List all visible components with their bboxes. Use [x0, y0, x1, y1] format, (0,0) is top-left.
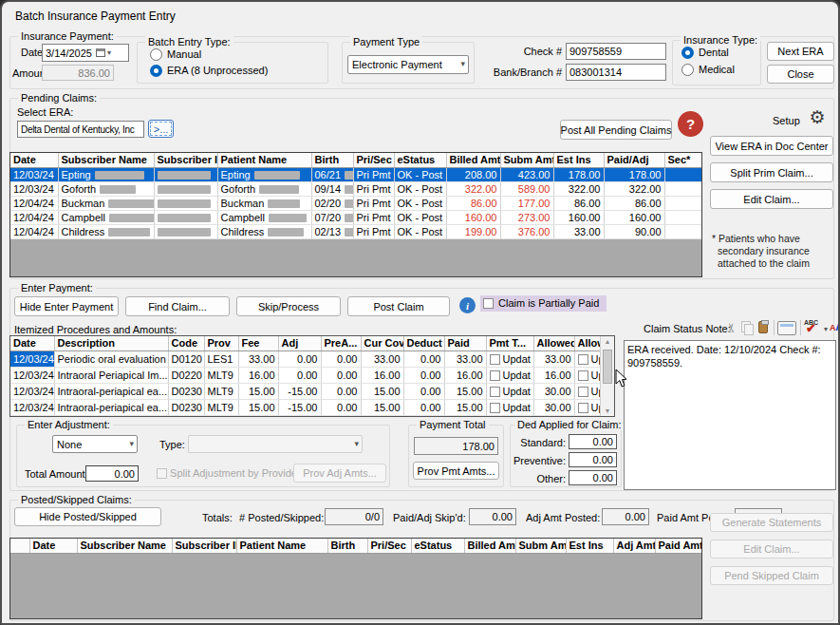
era-name-field[interactable]: Delta Dental of Kentucky, Inc: [17, 121, 144, 138]
spellcheck-dropdown-icon[interactable]: ▾: [824, 325, 828, 333]
update-checkbox[interactable]: [490, 354, 500, 365]
itemized-procedures-table[interactable]: Date Description Code Prov Fee Adj PreA.…: [9, 335, 615, 417]
radio-medical[interactable]: Medical: [681, 64, 735, 76]
info-icon[interactable]: i: [459, 297, 476, 313]
update-checkbox[interactable]: [578, 354, 588, 365]
col-pri-sec: Pri/Sec: [353, 153, 394, 167]
next-era-button[interactable]: Next ERA: [767, 42, 834, 61]
claim-partially-paid-checkbox[interactable]: Claim is Partially Paid: [480, 295, 607, 312]
pending-row[interactable]: 12/04/24 Campbell Campbell 07/20 Pri Pmt…: [10, 210, 701, 224]
preventive-field[interactable]: 0.00: [569, 452, 617, 467]
checkbox-icon[interactable]: [483, 298, 494, 309]
itemized-row[interactable]: 12/03/24 Intraoral Periapical Im... D022…: [10, 367, 600, 383]
radio-dental[interactable]: Dental: [681, 47, 729, 59]
redacted-text: [268, 199, 300, 208]
standard-label: Standard:: [513, 437, 566, 448]
help-icon[interactable]: ?: [678, 111, 703, 137]
bank-branch-input[interactable]: 083001314: [566, 64, 666, 81]
col-adj: Adj: [278, 336, 321, 350]
calendar-icon[interactable]: [96, 48, 105, 57]
update-checkbox[interactable]: [490, 403, 500, 413]
col-subscriber-id: Subscriber ID: [172, 539, 236, 553]
quick-note-icon[interactable]: [777, 321, 796, 335]
adjustment-value: None: [57, 439, 82, 450]
cut-icon[interactable]: ✂: [723, 320, 738, 335]
posted-skipped-table[interactable]: Date Subscriber Name Subscriber ID Patie…: [9, 538, 702, 619]
col-subscriber-name: Subscriber Name: [77, 539, 172, 553]
itemized-row[interactable]: 12/03/24 Intraoral-periapical ea... D023…: [10, 383, 600, 399]
update-checkbox[interactable]: [578, 403, 588, 413]
scroll-down-icon[interactable]: ▼: [601, 407, 614, 414]
pending-row[interactable]: 12/04/24 Childress Childress 02/13 Pri P…: [10, 224, 701, 238]
update-checkbox[interactable]: [490, 387, 500, 397]
patient-name: Buckman: [221, 198, 265, 209]
prov-pmt-amts-button[interactable]: Prov Pmt Amts...: [413, 462, 499, 480]
col-birth: Birth: [311, 153, 353, 167]
post-claim-button[interactable]: Post Claim: [347, 296, 450, 316]
gear-icon[interactable]: ⚙: [807, 106, 828, 127]
pending-row-selected[interactable]: 12/03/24 Epting Epting 06/21 Pri Pmt OK …: [10, 167, 701, 181]
update-checkbox[interactable]: [490, 370, 500, 381]
close-button[interactable]: Close: [767, 65, 834, 84]
find-claim-button[interactable]: Find Claim...: [125, 296, 230, 316]
redacted-text: [109, 214, 154, 222]
batch-entry-type-label: Batch Entry Type:: [145, 36, 233, 47]
col-fee: Fee: [238, 336, 278, 350]
scrollbar[interactable]: ▲ ▼: [600, 336, 614, 416]
setup-label[interactable]: Setup: [773, 115, 800, 126]
itemized-row[interactable]: 12/03/24 Intraoral-periapical ea... D023…: [10, 399, 600, 415]
medical-radio-icon[interactable]: [681, 64, 694, 76]
col-pmt-t: Pmt T...: [486, 336, 533, 350]
split-adjustment-checkbox: Split Adjustment by Provider: [157, 467, 301, 479]
pending-claims-table[interactable]: Date Subscriber Name Subscriber ID Patie…: [9, 152, 702, 277]
select-era-label: Select ERA:: [17, 106, 73, 118]
edit-claim-button[interactable]: Edit Claim...: [710, 189, 833, 209]
claim-status-note-label: Claim Status Note:: [644, 323, 731, 334]
payment-type-select[interactable]: Electronic Payment ▾: [347, 55, 469, 74]
pending-header-row: Date Subscriber Name Subscriber ID Patie…: [10, 153, 701, 167]
adjustment-type-select[interactable]: None ▾: [52, 435, 138, 453]
post-all-pending-claims-button[interactable]: Post All Pending Claims: [560, 120, 672, 140]
itemized-row[interactable]: 12/03/24 Periodic oral evaluation D0120 …: [10, 350, 600, 367]
radio-manual[interactable]: Manual: [150, 48, 201, 61]
redacted-text: [268, 228, 304, 237]
manual-radio-icon[interactable]: [150, 48, 162, 61]
era-picker-button[interactable]: >...: [148, 120, 174, 138]
copy-icon[interactable]: [741, 321, 752, 333]
paid-adj-skipd-field: 0.00: [469, 508, 516, 525]
radio-era[interactable]: ERA (8 Unprocessed): [150, 65, 268, 77]
date-dropdown-icon[interactable]: ▾: [107, 48, 111, 57]
update-checkbox[interactable]: [578, 370, 588, 381]
update-checkbox[interactable]: [578, 387, 588, 397]
scroll-up-icon[interactable]: ▲: [601, 338, 614, 345]
col-birth: Birth: [327, 539, 367, 553]
split-prim-claim-button[interactable]: Split Prim Claim...: [710, 162, 833, 182]
pending-row[interactable]: 12/03/24 Goforth Goforth 09/14 Pri Pmt O…: [10, 181, 701, 196]
col-est-ins: Est Ins: [566, 539, 613, 553]
view-era-doc-center-button[interactable]: View ERA in Doc Center: [710, 136, 833, 156]
font-color-icon[interactable]: A A: [830, 319, 840, 334]
hide-posted-skipped-button[interactable]: Hide Posted/Skipped: [14, 507, 161, 526]
skip-process-button[interactable]: Skip/Process: [236, 296, 341, 316]
other-field[interactable]: 0.00: [569, 470, 617, 485]
date-input[interactable]: 3/14/2025 ▾: [42, 44, 129, 62]
hide-enter-payment-button[interactable]: Hide Enter Payment: [14, 296, 119, 316]
total-amount-field[interactable]: 0.00: [85, 465, 139, 482]
check-number-input[interactable]: 909758559: [566, 43, 666, 60]
insurance-type-label: Insurance Type:: [681, 34, 760, 46]
era-radio-icon[interactable]: [150, 65, 162, 77]
dental-radio-icon[interactable]: [681, 47, 694, 59]
chevron-down-icon: ▾: [129, 439, 134, 448]
scrollbar-thumb[interactable]: [603, 350, 612, 384]
amount-field: 836.00: [42, 65, 114, 81]
ded-applied-label: Ded Applied for Claim:: [514, 419, 624, 430]
toolbar-divider: [800, 320, 801, 335]
col-deduct: Deduct: [403, 336, 444, 350]
claim-status-note-text[interactable]: ERA received. Date: 12/10/2024 Check #: …: [624, 340, 836, 490]
itemized-procedures-label: Itemized Procedures and Amounts:: [14, 324, 177, 335]
pending-row[interactable]: 12/04/24 Buckman Buckman 02/20 Pri Pmt O…: [10, 196, 701, 210]
prov-adj-amts-button: Prov Adj Amts...: [293, 464, 386, 483]
paid-adj-skipd-label: Paid/Adj Skip'd:: [393, 512, 466, 523]
paste-icon[interactable]: [758, 321, 768, 333]
standard-field[interactable]: 0.00: [569, 434, 617, 449]
